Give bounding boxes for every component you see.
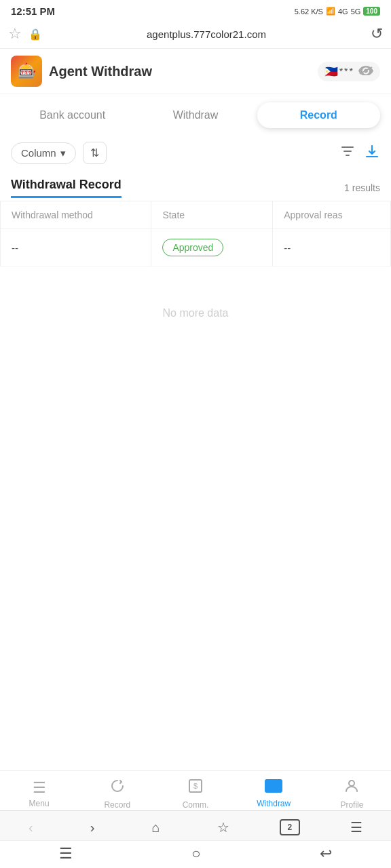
app-title: Agent Withdraw bbox=[49, 64, 318, 79]
browser-nav-bar: ‹ › ⌂ ☆ 2 ☰ bbox=[0, 810, 391, 844]
favorite-icon[interactable]: ☆ bbox=[8, 25, 22, 43]
cell-method: -- bbox=[1, 229, 151, 267]
col-method: Withdrawal method bbox=[1, 201, 151, 229]
table-container: Withdrawal method State Approval reas --… bbox=[0, 201, 391, 267]
hidden-value: *** bbox=[339, 66, 354, 77]
logo-emoji: 🎰 bbox=[18, 62, 36, 80]
nav-label-profile: Profile bbox=[340, 800, 363, 810]
nav-item-withdraw[interactable]: Withdraw bbox=[235, 779, 313, 808]
no-more-data: No more data bbox=[0, 267, 391, 347]
nav-item-comm[interactable]: $ Comm. bbox=[156, 778, 234, 810]
col-reason: Approval reas bbox=[273, 201, 391, 229]
filter-bar: Column ▾ ⇅ bbox=[0, 136, 391, 170]
nav-label-withdraw: Withdraw bbox=[257, 799, 291, 808]
status-bar: 12:51 PM 5.62 K/S 📶 4G 5G 100 bbox=[0, 0, 391, 20]
profile-icon bbox=[343, 778, 360, 798]
nav-item-profile[interactable]: Profile bbox=[313, 778, 391, 810]
tab-bank-account[interactable]: Bank account bbox=[11, 102, 134, 128]
cell-state: Approved bbox=[151, 229, 273, 267]
android-home-button[interactable]: ○ bbox=[191, 845, 200, 863]
android-nav-bar: ☰ ○ ↩ bbox=[0, 840, 391, 868]
filter-icons bbox=[339, 143, 380, 163]
data-table: Withdrawal method State Approval reas --… bbox=[0, 201, 391, 267]
status-icons: 5.62 K/S 📶 4G 5G 100 bbox=[295, 7, 380, 16]
nav-label-record: Record bbox=[104, 800, 130, 810]
status-time: 12:51 PM bbox=[11, 5, 55, 17]
browser-bar: ☆ 🔒 agentplus.777color21.com ↺ bbox=[0, 20, 391, 49]
nav-item-record[interactable]: Record bbox=[78, 778, 156, 810]
5g-icon: 5G bbox=[351, 7, 361, 16]
column-label: Column bbox=[21, 147, 56, 159]
table-header-row: Withdrawal method State Approval reas bbox=[1, 201, 391, 229]
network-speed: 5.62 K/S bbox=[295, 7, 323, 16]
browser-back-button[interactable]: ‹ bbox=[22, 817, 40, 838]
cell-reason: -- bbox=[273, 229, 391, 267]
4g-icon: 4G bbox=[338, 7, 348, 16]
browser-forward-button[interactable]: › bbox=[83, 817, 102, 838]
nav-item-menu[interactable]: ☰ Menu bbox=[0, 779, 78, 808]
header-actions: 🇵🇭 *** bbox=[318, 62, 380, 81]
status-badge: Approved bbox=[162, 239, 223, 256]
nav-label-comm: Comm. bbox=[183, 800, 209, 810]
nav-label-menu: Menu bbox=[29, 799, 50, 808]
tab-navigation: Bank account Withdraw Record bbox=[0, 94, 391, 136]
svg-point-3 bbox=[349, 781, 354, 786]
sort-icon: ⇅ bbox=[90, 146, 99, 159]
svg-text:$: $ bbox=[193, 782, 198, 790]
record-icon bbox=[109, 778, 126, 798]
sort-button[interactable]: ⇅ bbox=[83, 142, 107, 164]
bottom-nav: ☰ Menu Record $ Comm. Withdraw bbox=[0, 770, 391, 814]
column-dropdown[interactable]: Column ▾ bbox=[11, 142, 76, 164]
battery-icon: 100 bbox=[363, 7, 380, 16]
app-header: 🎰 Agent Withdraw 🇵🇭 *** bbox=[0, 49, 391, 94]
android-menu-button[interactable]: ☰ bbox=[59, 845, 73, 863]
menu-icon: ☰ bbox=[33, 779, 46, 797]
section-header: Withdrawal Record 1 results bbox=[0, 170, 391, 201]
app-logo: 🎰 bbox=[11, 56, 42, 87]
results-count: 1 results bbox=[344, 182, 380, 193]
lock-icon: 🔒 bbox=[29, 28, 42, 41]
tab-withdraw[interactable]: Withdraw bbox=[134, 102, 257, 128]
main-content: Withdrawal Record 1 results Withdrawal m… bbox=[0, 170, 391, 347]
table-row: -- Approved -- bbox=[1, 229, 391, 267]
tab-record[interactable]: Record bbox=[257, 102, 380, 128]
url-bar[interactable]: agentplus.777color21.com bbox=[49, 28, 364, 40]
flag-icon: 🇵🇭 bbox=[324, 65, 338, 78]
eye-icon[interactable] bbox=[358, 64, 373, 79]
comm-icon: $ bbox=[187, 778, 204, 798]
filter-icon[interactable] bbox=[339, 143, 356, 163]
download-icon[interactable] bbox=[364, 143, 380, 163]
dropdown-arrow-icon: ▾ bbox=[60, 147, 66, 159]
reload-button[interactable]: ↺ bbox=[371, 25, 383, 43]
wifi-icon: 📶 bbox=[326, 7, 335, 16]
withdraw-icon bbox=[265, 779, 282, 797]
section-title: Withdrawal Record bbox=[11, 178, 122, 198]
browser-bookmark-button[interactable]: ☆ bbox=[210, 816, 236, 838]
browser-tabs-button[interactable]: 2 bbox=[280, 819, 300, 835]
browser-menu-button[interactable]: ☰ bbox=[343, 816, 369, 838]
android-back-button[interactable]: ↩ bbox=[320, 845, 332, 863]
col-state: State bbox=[151, 201, 273, 229]
browser-home-button[interactable]: ⌂ bbox=[145, 817, 167, 838]
